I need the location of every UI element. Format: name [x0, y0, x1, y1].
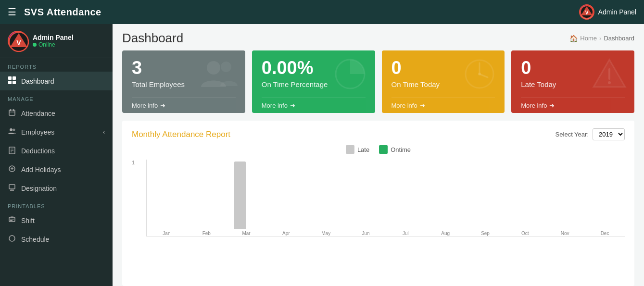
bar-month-dec: Dec	[601, 231, 609, 236]
late-today-more-info[interactable]: More info ➜	[521, 98, 625, 113]
top-navbar: ☰ SVS Attendance V Admin Panel	[0, 0, 644, 24]
bar-month-aug: Aug	[441, 231, 450, 236]
legend-late-box	[346, 145, 354, 154]
bar-month-nov: Nov	[561, 231, 569, 236]
employees-label: Employees	[21, 128, 54, 136]
attendance-label: Attendance	[21, 110, 55, 117]
breadcrumb-home[interactable]: Home	[580, 35, 597, 42]
clock-bg-icon	[462, 57, 498, 96]
bar-group-feb: Feb	[187, 162, 227, 236]
attendance-icon	[8, 109, 16, 118]
dashboard-label: Dashboard	[21, 77, 54, 85]
schedule-label: Schedule	[21, 236, 49, 243]
top-nav-avatar: V	[579, 4, 594, 20]
year-label: Select Year:	[556, 131, 589, 138]
deductions-label: Deductions	[21, 147, 55, 155]
top-nav-right: V Admin Panel	[579, 4, 636, 20]
svg-rect-28	[11, 216, 13, 218]
bar-month-jul: Jul	[403, 231, 409, 236]
total-employees-more-info[interactable]: More info ➜	[132, 98, 236, 113]
chart-header: Monthly Attendance Report Select Year: 2…	[132, 128, 625, 140]
bar-group-oct: Oct	[505, 162, 545, 236]
section-label-manage: MANAGE	[0, 90, 113, 104]
bar-group-sep: Sep	[466, 162, 505, 236]
on-time-today-more-info[interactable]: More info ➜	[391, 98, 495, 113]
svg-rect-7	[13, 81, 16, 84]
bar-group-jan: Jan	[147, 162, 187, 236]
bar-month-sep: Sep	[481, 231, 490, 236]
chart-section: Monthly Attendance Report Select Year: 2…	[122, 121, 634, 286]
on-time-percentage-more-info[interactable]: More info ➜	[262, 98, 366, 113]
bar-month-oct: Oct	[521, 231, 529, 236]
sidebar-item-schedule[interactable]: Schedule	[0, 230, 113, 249]
bar-group-nov: Nov	[545, 162, 585, 236]
chart-title: Monthly Attendance Report	[132, 130, 230, 139]
sidebar-item-deductions[interactable]: Deductions	[0, 141, 113, 160]
bar-group-dec: Dec	[585, 162, 625, 236]
admin-panel-label: Admin Panel	[598, 8, 636, 16]
deductions-icon	[8, 146, 16, 155]
sidebar-item-add-holidays[interactable]: Add Holidays	[0, 160, 113, 179]
total-employees-label: Total Employees	[132, 80, 236, 88]
bar-group-jul: Jul	[386, 162, 426, 236]
bar-month-mar: Mar	[242, 231, 250, 236]
chart-year-select: Select Year: 2019 2018 2017 2020	[556, 128, 625, 140]
legend-late: Late	[346, 145, 369, 154]
stat-card-total-employees: 3 Total Employees More info ➜	[122, 50, 245, 113]
bar-group-apr: Apr	[266, 162, 306, 236]
svg-rect-6	[8, 81, 12, 84]
svg-rect-10	[13, 109, 14, 111]
bar-group-may: May	[306, 162, 346, 236]
bar-month-feb: Feb	[202, 231, 211, 236]
shift-icon	[8, 216, 16, 225]
on-time-today-label: On Time Today	[391, 80, 495, 88]
sidebar-item-dashboard[interactable]: Dashboard	[0, 72, 113, 90]
app-title: SVS Attendance	[24, 7, 101, 18]
svg-rect-21	[9, 185, 15, 189]
year-select-input[interactable]: 2019 2018 2017 2020	[593, 128, 625, 140]
sidebar-item-attendance[interactable]: Attendance	[0, 104, 113, 123]
breadcrumb-separator: ›	[599, 35, 601, 42]
svg-rect-9	[10, 109, 11, 111]
page-header: Dashboard 🏠 Home › Dashboard	[113, 24, 644, 50]
bar-group-aug: Aug	[426, 162, 466, 236]
designation-icon	[8, 184, 16, 193]
svg-rect-5	[13, 76, 16, 80]
bar-chart-container: 1 JanFebMarAprMayJunJulAugSepOctNovDec	[132, 160, 625, 236]
schedule-icon	[8, 235, 16, 244]
bar-late-mar	[234, 162, 246, 229]
stats-row: 3 Total Employees More info ➜ 0.00% On T…	[113, 50, 644, 121]
hamburger-icon[interactable]: ☰	[8, 6, 16, 18]
main-content: Dashboard 🏠 Home › Dashboard	[113, 24, 644, 286]
sidebar-profile-info: Admin Panel Online	[33, 34, 74, 48]
designation-label: Designation	[21, 185, 57, 192]
legend-late-label: Late	[357, 146, 369, 153]
page-title: Dashboard	[122, 31, 183, 46]
warning-bg-icon	[592, 57, 628, 96]
late-today-label: Late Today	[521, 80, 625, 88]
chart-legend: Late Ontime	[132, 145, 625, 154]
section-label-reports: REPORTS	[0, 58, 113, 72]
svg-point-31	[221, 62, 231, 72]
bar-month-jun: Jun	[362, 231, 369, 236]
sidebar-item-shift[interactable]: Shift	[0, 211, 113, 230]
profile-name: Admin Panel	[33, 34, 74, 41]
sidebar-item-designation[interactable]: Designation	[0, 179, 113, 198]
sidebar: V Admin Panel Online REPORTS	[0, 24, 113, 286]
status-dot	[33, 43, 37, 47]
bar-month-jan: Jan	[163, 231, 170, 236]
stat-card-on-time-today: 0 On Time Today More info ➜	[382, 50, 505, 113]
percentage-bg-icon	[332, 57, 368, 96]
svg-point-13	[13, 129, 15, 131]
sidebar-avatar: V	[8, 31, 28, 51]
bar-chart: JanFebMarAprMayJunJulAugSepOctNovDec	[146, 160, 625, 236]
employees-icon	[8, 127, 16, 137]
sidebar-item-employees[interactable]: Employees ‹	[0, 123, 113, 141]
svg-point-12	[10, 128, 13, 131]
svg-point-29	[9, 236, 15, 241]
add-holidays-icon	[8, 165, 16, 174]
bar-group-mar: Mar	[227, 162, 266, 236]
on-time-percentage-label: On Time Percentage	[262, 80, 366, 88]
bar-month-may: May	[321, 231, 330, 236]
svg-rect-27	[10, 220, 13, 221]
